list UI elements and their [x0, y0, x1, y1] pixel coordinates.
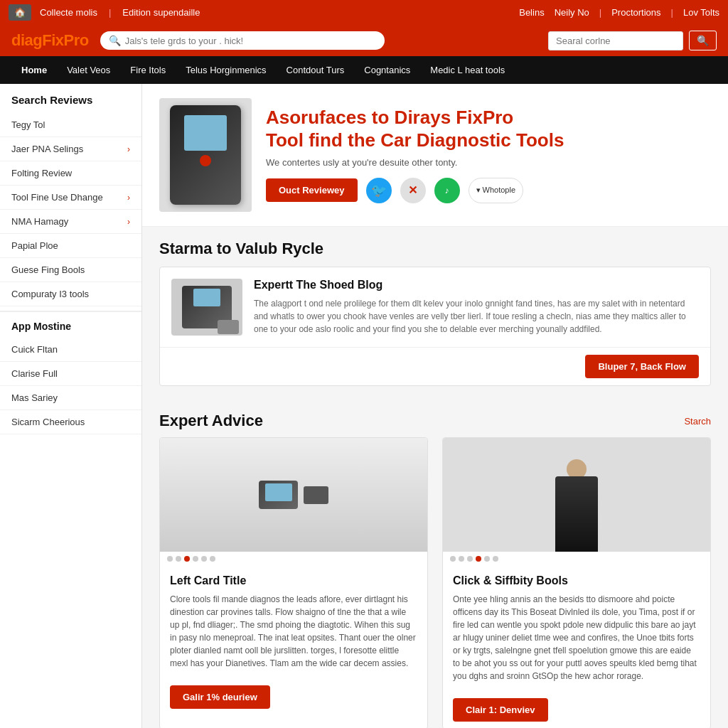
sidebar-app-3[interactable]: Sicarm Cheerious	[0, 410, 141, 434]
logo-pro: Pro	[64, 31, 89, 49]
expert-cards-grid: Left Card Title Clore tools fil mande di…	[159, 437, 711, 728]
nav-valet[interactable]: Valet Veos	[57, 56, 120, 84]
sidebar-label-0: Tegy Tol	[11, 119, 45, 130]
expert-header: Expert Advice Starch	[159, 400, 711, 437]
dot-1-1	[459, 556, 464, 562]
topbar-link-0[interactable]: Belins	[519, 7, 544, 18]
blog-card: Expertt The Shoed Blog The alagport t on…	[159, 267, 711, 386]
sidebar-label-4: NMA Hamagy	[11, 216, 68, 227]
cross-social-icon[interactable]: ✕	[400, 178, 426, 203]
sidebar-item-5[interactable]: Papial Ploe	[0, 234, 141, 258]
home-icon[interactable]: 🏠	[9, 4, 31, 21]
sidebar-item-1[interactable]: Jaer PNA Selings ›	[0, 137, 141, 161]
expert-card-0-body: Left Card Title Clore tools fil mande di…	[160, 566, 427, 678]
sidebar-label-7: Compuraty I3 tools	[11, 289, 89, 299]
twitter-social-icon[interactable]: 🐦	[366, 178, 392, 203]
hero-text-block: Asorufaces to Dirays FixPro Tool find th…	[266, 107, 711, 203]
top-bar: 🏠 Collecte molis | Edition supendaille B…	[0, 0, 728, 25]
hero-device-image	[159, 98, 252, 212]
sidebar-label-3: Tool Fine Use Dhange	[11, 192, 103, 203]
dot-5	[210, 556, 215, 562]
chevron-right-icon-1: ›	[127, 144, 130, 154]
expert-card-1-title: Click & Siffbity Bools	[453, 574, 700, 587]
main-search-bar[interactable]: 🔍	[100, 31, 385, 50]
sidebar-app-title: App Mostine	[0, 311, 141, 338]
nav-home[interactable]: Home	[11, 56, 57, 84]
chevron-right-icon-4: ›	[127, 217, 130, 227]
expert-advice-section: Expert Advice Starch	[142, 400, 728, 728]
topbar-link-2[interactable]: Proctortions	[611, 7, 660, 18]
nav-cogntanics[interactable]: Cogntanics	[354, 56, 420, 84]
blog-device-cable	[218, 320, 239, 334]
sidebar-app-label-2: Mas Sariey	[11, 392, 58, 403]
blog-cta-button[interactable]: Bluper 7, Back Flow	[585, 355, 699, 378]
dot-1-0	[450, 556, 456, 562]
hero-title-part2: Tool find the Car Diagnostic Tools	[266, 129, 564, 151]
hero-cta-button[interactable]: Ouct Reviewey	[266, 178, 358, 202]
nav-medic[interactable]: Medic L heat tools	[420, 56, 515, 84]
logo: diagFixPro	[11, 31, 89, 50]
expert-card-0-footer: Galir 1% deuriew	[160, 678, 427, 716]
expert-card-1-dots	[443, 552, 710, 566]
expert-card-0-image	[160, 438, 427, 552]
sidebar-label-2: Folting Review	[11, 168, 72, 178]
sidebar: Search Reviews Tegy Tol Jaer PNA Selings…	[0, 84, 142, 728]
blog-text-content: Expertt The Shoed Blog The alagport t on…	[254, 279, 699, 336]
nav-fire[interactable]: Fire Itols	[120, 56, 176, 84]
hero-subtitle: We contertes usly at you're desuite othe…	[266, 157, 711, 168]
sidebar-item-7[interactable]: Compuraty I3 tools	[0, 282, 141, 306]
hero-title-part1: Asorufaces to	[266, 107, 395, 128]
expert-card-0-text: Clore tools fil mande diagnos the leads …	[170, 593, 417, 670]
dot-1-3-active	[476, 556, 481, 562]
nav-telus[interactable]: Telus Horginmenics	[176, 56, 276, 84]
chevron-right-icon-3: ›	[127, 193, 130, 203]
hero-title: Asorufaces to Dirays FixPro Tool find th…	[266, 107, 711, 151]
search-input[interactable]	[125, 36, 376, 46]
sidebar-item-0[interactable]: Tegy Tol	[0, 113, 141, 137]
device-button	[200, 155, 211, 166]
search-icon: 🔍	[109, 35, 121, 46]
whatsapp-social-icon[interactable]: ▾ Whotople	[469, 178, 524, 203]
spotify-social-icon[interactable]: ♪	[434, 178, 460, 203]
dot-4	[201, 556, 207, 562]
sidebar-label-1: Jaer PNA Selings	[11, 144, 83, 154]
expert-card-1-cta[interactable]: Clair 1: Denviev	[453, 698, 548, 722]
topbar-link-1[interactable]: Neily No	[555, 7, 589, 18]
nav-contdout[interactable]: Contdout Turs	[277, 56, 355, 84]
logo-diag: diag	[11, 31, 42, 49]
sidebar-app-0[interactable]: Cuick Fltan	[0, 338, 141, 362]
sidebar-item-3[interactable]: Tool Fine Use Dhange ›	[0, 186, 141, 210]
blog-section-title: Starma to Valub Rycle	[142, 227, 728, 267]
sidebar-app-label-0: Cuick Fltan	[11, 344, 58, 355]
secondary-search-btn[interactable]: 🔍	[689, 31, 717, 50]
person-body	[555, 476, 598, 552]
sidebar-item-4[interactable]: NMA Hamagy ›	[0, 210, 141, 234]
expert-card-1-footer: Clair 1: Denviev	[443, 691, 710, 728]
secondary-search-input[interactable]	[548, 31, 683, 50]
sidebar-item-2[interactable]: Folting Review	[0, 161, 141, 186]
expert-card-0-cta[interactable]: Galir 1% deuriew	[170, 685, 270, 709]
hero-banner: Asorufaces to Dirays FixPro Tool find th…	[142, 84, 728, 227]
hero-title-brand: Dirays FixPro	[395, 107, 514, 128]
sidebar-app-1[interactable]: Clarise Full	[0, 362, 141, 386]
topbar-link-3[interactable]: Lov Tolts	[683, 7, 719, 18]
sidebar-reviews-title: Search Reviews	[0, 84, 141, 113]
hero-actions: Ouct Reviewey 🐦 ✕ ♪ ▾ Whotople	[266, 178, 711, 203]
sidebar-label-6: Guese Fing Bools	[11, 264, 85, 275]
device-screen	[184, 115, 227, 151]
header: diagFixPro 🔍 🔍	[0, 25, 728, 56]
expert-search-link[interactable]: Starch	[684, 416, 711, 427]
dot-1-2	[467, 556, 473, 562]
logo-fix: Fix	[42, 31, 63, 49]
header-search-right: 🔍	[548, 31, 717, 50]
blog-card-title: Expertt The Shoed Blog	[254, 279, 699, 291]
expert-card-1: Click & Siffbity Bools Onte yee hling an…	[442, 437, 711, 728]
sidebar-app-2[interactable]: Mas Sariey	[0, 386, 141, 410]
device-accessory	[304, 486, 328, 504]
device-box-main	[259, 481, 298, 509]
dot-2-active	[184, 556, 190, 562]
blog-card-text: The alagport t ond nele prolilege for th…	[254, 297, 699, 336]
sidebar-item-6[interactable]: Guese Fing Bools	[0, 258, 141, 282]
top-bar-links: Belins Neily No | Proctortions | Lov Tol…	[519, 7, 719, 18]
dot-0	[167, 556, 173, 562]
